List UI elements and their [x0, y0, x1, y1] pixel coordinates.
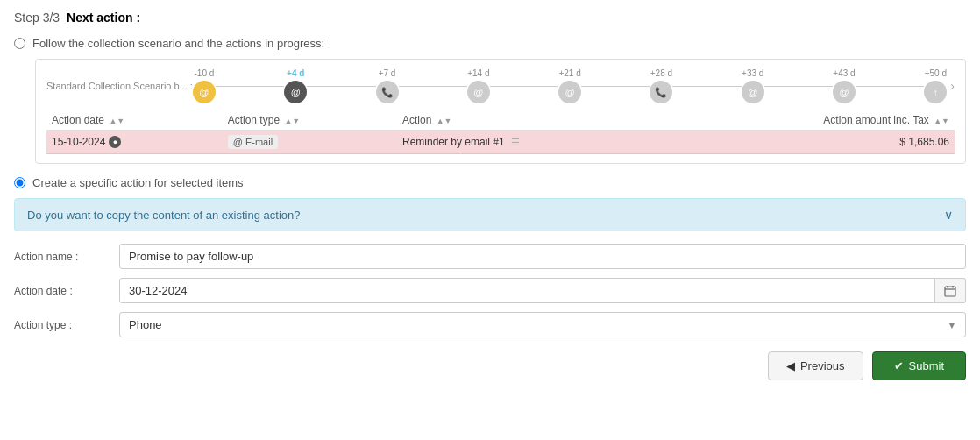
cell-amount: $ 1,685.06 [667, 131, 955, 154]
copy-existing-bar[interactable]: Do you want to copy the content of an ex… [14, 198, 966, 231]
col-action[interactable]: Action ▲▼ [397, 110, 667, 131]
connector [581, 86, 650, 87]
timeline-day-label: -10 d [195, 68, 215, 78]
connector [764, 86, 833, 87]
timeline-day-label: +43 d [833, 68, 855, 78]
email-icon: @ [291, 87, 301, 97]
submit-label: Submit [909, 359, 944, 373]
timeline-node-phone[interactable]: 📞 [650, 81, 672, 103]
timeline-header: Standard Collection Scenario b... : -10 … [46, 68, 955, 103]
timeline-node-wrapper: +7 d 📞 [376, 68, 399, 103]
timeline-node-wrapper: +14 d @ [467, 68, 490, 103]
connector [216, 86, 284, 87]
footer-buttons: ◀ Previous ✔ Submit [14, 351, 966, 380]
radio-specific-input[interactable] [14, 177, 25, 188]
action-name-label: Action name : [14, 251, 119, 263]
connector [307, 86, 375, 87]
action-type-label: Action type : [14, 319, 119, 331]
email-icon: @ [839, 87, 849, 97]
timeline-day-label: +33 d [742, 68, 763, 78]
col-action-type[interactable]: Action type ▲▼ [223, 110, 397, 131]
previous-button[interactable]: ◀ Previous [768, 351, 863, 380]
sort-icon: ▲▼ [934, 117, 949, 125]
timeline-nodes: -10 d @ +4 d @ +7 d 📞 [193, 68, 955, 103]
phone-icon: 📞 [381, 87, 394, 98]
action-table: Action date ▲▼ Action type ▲▼ Action ▲▼ … [46, 110, 955, 154]
timeline-node-wrapper: +4 d @ [284, 68, 307, 103]
timeline-node-last[interactable]: ↑ [924, 81, 947, 103]
timeline-node-phone[interactable]: 📞 [376, 81, 399, 103]
previous-label: Previous [800, 359, 845, 373]
timeline-node-active[interactable]: @ [284, 81, 307, 103]
email-icon: @ [199, 87, 209, 97]
date-value: 15-10-2024 [52, 136, 105, 148]
connector [856, 86, 924, 87]
connector [672, 86, 741, 87]
svg-rect-0 [945, 287, 955, 296]
cell-action-date: 15-10-2024 ● [46, 131, 223, 154]
action-date-input[interactable] [119, 278, 966, 303]
timeline-node-yellow[interactable]: @ [193, 81, 216, 103]
step-number: Step 3/3 [14, 11, 60, 25]
action-type-badge: @ E-mail [228, 135, 278, 149]
copy-bar-text: Do you want to copy the content of an ex… [27, 209, 300, 222]
phone-icon: 📞 [655, 87, 667, 98]
radio-option-specific[interactable]: Create a specific action for selected it… [14, 176, 966, 189]
timeline-node-email[interactable]: @ [833, 81, 856, 103]
form-row-action-name: Action name : [14, 244, 966, 269]
step-title: Next action : [67, 11, 140, 25]
radio-scenario-label: Follow the collection scenario and the a… [32, 37, 324, 50]
timeline-node-email[interactable]: @ [742, 81, 764, 103]
timeline-box: Standard Collection Scenario b... : -10 … [35, 59, 966, 164]
action-type-wrapper: Phone Email Letter Visit ▼ [119, 312, 966, 337]
timeline-node-wrapper: +33 d @ [742, 68, 764, 103]
timeline-day-label: +28 d [650, 68, 672, 78]
connector [399, 86, 467, 87]
sort-icon: ▲▼ [284, 117, 300, 125]
table-row[interactable]: 15-10-2024 ● @ E-mail Reminder by email … [46, 131, 955, 154]
list-icon: ☰ [511, 137, 520, 147]
timeline-day-label-active: +4 d [287, 68, 304, 78]
email-icon: @ [565, 87, 575, 97]
action-type-select[interactable]: Phone Email Letter Visit [119, 312, 966, 337]
col-action-type-label: Action type [228, 114, 280, 126]
action-value: Reminder by email #1 [402, 136, 505, 148]
action-date-wrapper [119, 278, 966, 303]
cell-action: Reminder by email #1 ☰ [397, 131, 667, 154]
left-arrow-icon: ◀ [786, 359, 795, 373]
sort-icon: ▲▼ [109, 117, 124, 125]
timeline-node-wrapper: +28 d 📞 [650, 68, 672, 103]
info-icon: ● [109, 136, 121, 148]
col-action-label: Action [402, 114, 431, 126]
timeline-node-email[interactable]: @ [467, 81, 490, 103]
action-name-input[interactable] [119, 244, 966, 269]
arrow-icon: ↑ [934, 87, 939, 97]
timeline-node-wrapper: -10 d @ [193, 68, 216, 103]
col-action-date-label: Action date [52, 114, 104, 126]
calendar-icon[interactable] [934, 278, 966, 303]
timeline-more-arrow[interactable]: › [950, 79, 955, 93]
col-amount-label: Action amount inc. Tax [823, 114, 929, 126]
timeline-day-label: +14 d [467, 68, 489, 78]
submit-button[interactable]: ✔ Submit [872, 351, 966, 380]
checkmark-icon: ✔ [894, 359, 904, 373]
email-icon: @ [473, 87, 483, 97]
timeline-day-label: +21 d [558, 68, 580, 78]
action-date-label: Action date : [14, 285, 119, 297]
timeline-day-label: +50 d [925, 68, 947, 78]
radio-scenario-input[interactable] [14, 38, 25, 49]
timeline-node-email[interactable]: @ [558, 81, 581, 103]
connector [490, 86, 558, 87]
timeline-day-label: +7 d [379, 68, 396, 78]
email-icon: @ [748, 87, 757, 97]
form-row-action-type: Action type : Phone Email Letter Visit ▼ [14, 312, 966, 337]
col-action-date[interactable]: Action date ▲▼ [46, 110, 223, 131]
copy-bar-chevron-icon: ∨ [944, 208, 953, 222]
amount-value: $ 1,685.06 [899, 136, 949, 148]
radio-option-scenario[interactable]: Follow the collection scenario and the a… [14, 37, 966, 50]
col-amount[interactable]: Action amount inc. Tax ▲▼ [667, 110, 955, 131]
sort-icon: ▲▼ [437, 117, 452, 125]
timeline-node-wrapper: +50 d ↑ [924, 68, 947, 103]
step-header: Step 3/3 Next action : [14, 11, 966, 25]
form-row-action-date: Action date : [14, 278, 966, 303]
